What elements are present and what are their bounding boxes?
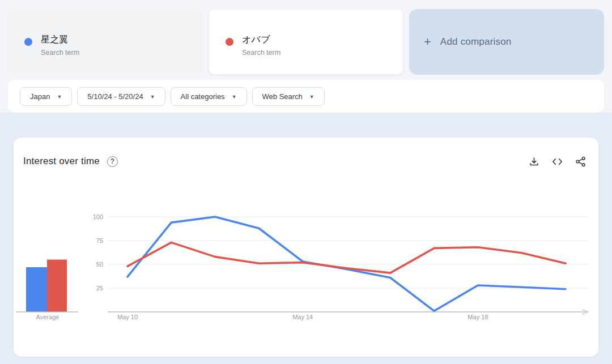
y-axis-label: 25 — [96, 285, 103, 292]
filter-section: Japan ▼ 5/10/24 - 5/20/24 ▼ All categori… — [0, 80, 612, 113]
average-label: Average — [36, 314, 60, 320]
y-axis-label: 75 — [96, 237, 103, 244]
search-type-filter-dropdown[interactable]: Web Search ▼ — [252, 87, 325, 106]
x-axis-label: May 18 — [468, 314, 488, 320]
date-range-filter-dropdown[interactable]: 5/10/24 - 5/20/24 ▼ — [77, 87, 165, 106]
chevron-down-icon: ▼ — [57, 94, 62, 100]
y-axis-label: 50 — [96, 261, 103, 268]
chevron-down-icon: ▼ — [150, 94, 155, 100]
date-range-filter-label: 5/10/24 - 5/20/24 — [87, 92, 143, 101]
series-2-color-dot — [226, 38, 233, 46]
term-card-1[interactable]: 星之翼 Search term — [8, 9, 203, 75]
share-icon[interactable] — [575, 156, 586, 167]
term-2-label: オバブ — [242, 34, 280, 46]
average-bar-1[interactable] — [26, 267, 47, 312]
interest-over-time-card: Interest over time ? 255075100May — [14, 138, 598, 357]
plus-icon: + — [424, 36, 431, 48]
chart-section: Interest over time ? 255075100May — [0, 113, 612, 357]
y-axis-label: 100 — [93, 213, 103, 220]
series-line-1[interactable] — [128, 217, 566, 311]
embed-icon[interactable] — [551, 156, 563, 167]
add-comparison-button[interactable]: + Add comparison — [409, 9, 604, 75]
comparison-cards-row: 星之翼 Search term オバブ Search term + Add co… — [8, 9, 604, 75]
chart-header: Interest over time ? — [14, 152, 598, 170]
average-bar-2[interactable] — [47, 260, 67, 312]
chart-title: Interest over time — [23, 156, 100, 167]
region-filter-dropdown[interactable]: Japan ▼ — [20, 87, 72, 106]
category-filter-label: All categories — [181, 92, 225, 101]
comparison-section: 星之翼 Search term オバブ Search term + Add co… — [0, 0, 612, 80]
interest-over-time-chart: 255075100May 10May 14May 18Average — [14, 189, 598, 353]
category-filter-dropdown[interactable]: All categories ▼ — [171, 87, 247, 106]
term-1-label: 星之翼 — [41, 34, 79, 46]
chevron-down-icon: ▼ — [309, 94, 314, 100]
download-icon[interactable] — [529, 156, 539, 167]
add-comparison-label: Add comparison — [440, 36, 512, 48]
chevron-down-icon: ▼ — [232, 94, 237, 100]
series-1-color-dot — [24, 38, 32, 46]
help-icon[interactable]: ? — [107, 156, 118, 167]
term-1-type: Search term — [41, 49, 79, 57]
x-axis-label: May 14 — [292, 314, 313, 320]
term-2-type: Search term — [242, 49, 280, 57]
region-filter-label: Japan — [30, 92, 50, 101]
search-type-filter-label: Web Search — [262, 92, 303, 101]
x-axis-label: May 10 — [117, 314, 138, 320]
filter-bar: Japan ▼ 5/10/24 - 5/20/24 ▼ All categori… — [8, 80, 604, 113]
term-card-2[interactable]: オバブ Search term — [209, 9, 403, 75]
series-line-2[interactable] — [128, 242, 566, 273]
